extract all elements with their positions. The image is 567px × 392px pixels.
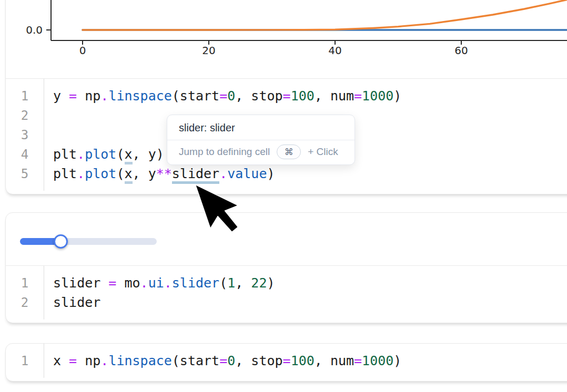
code-content: slider = mo.ui.slider(1, 22) (44, 275, 275, 291)
code-token: , y) (133, 147, 164, 162)
code-token: ( (219, 275, 227, 291)
line-number: 5 (6, 167, 44, 181)
variable-tooltip: slider: slider Jump to defining cell ⌘ +… (167, 115, 355, 165)
code-token: value (227, 166, 267, 181)
code-token: . (77, 166, 85, 181)
code-token: = (283, 88, 291, 104)
code-token: 100 (291, 88, 315, 104)
slider-thumb[interactable] (54, 234, 68, 249)
code-token: = (283, 353, 291, 368)
code-line[interactable]: 2slider (6, 293, 567, 312)
code-token: , num (315, 88, 354, 104)
code-editor[interactable]: 1slider = mo.ui.slider(1, 22)2slider (6, 266, 567, 319)
code-line[interactable]: 1slider = mo.ui.slider(1, 22) (6, 273, 567, 293)
slider-widget[interactable] (6, 213, 567, 265)
code-token: . (100, 353, 108, 368)
code-token: , stop (235, 88, 282, 104)
code-content: plt.plot(x, y) (44, 147, 164, 162)
code-token: = (69, 353, 77, 368)
code-token: . (100, 88, 108, 104)
code-token: ) (393, 353, 401, 368)
code-token: ui (148, 275, 164, 291)
gutter-divider (44, 79, 44, 191)
code-token: 1 (227, 275, 235, 291)
code-token: x (125, 147, 133, 164)
code-line[interactable]: 5plt.plot(x, y**slider.value) (6, 164, 567, 183)
y-tick-label: 0.0 (26, 24, 43, 36)
tooltip-action-label[interactable]: Jump to defining cell (179, 146, 270, 158)
code-token: slider (53, 275, 108, 291)
cell-plot: 02040600.0 1y = np.linspace(start=0, sto… (5, 0, 567, 194)
code-token: = (108, 275, 116, 291)
code-token: , (235, 275, 251, 291)
code-token: , num (315, 353, 354, 368)
code-token: y (53, 88, 69, 104)
line-number: 2 (6, 295, 44, 310)
code-token: ) (267, 275, 275, 291)
code-token: . (140, 275, 148, 291)
code-token: np (77, 353, 100, 368)
tooltip-shortcut-suffix: + Click (308, 146, 338, 158)
code-lines: 1x = np.linspace(start=0, stop=100, num=… (6, 351, 567, 370)
code-content: slider (44, 295, 100, 310)
x-tick-label: 60 (454, 44, 468, 57)
code-token: plot (85, 166, 116, 181)
code-token: = (354, 88, 362, 104)
code-token: slider (53, 295, 100, 310)
x-tick-label: 0 (79, 44, 86, 57)
code-line[interactable]: 1y = np.linspace(start=0, stop=100, num=… (6, 86, 567, 106)
axes-spines (51, 0, 567, 40)
line-number: 1 (6, 276, 44, 291)
slider-output (6, 213, 567, 266)
code-token: slider (172, 275, 219, 291)
code-token: x (125, 166, 133, 184)
code-token: 22 (251, 275, 267, 291)
code-content: plt.plot(x, y**slider.value) (44, 166, 275, 181)
code-token: 100 (291, 353, 315, 368)
code-token: plt (53, 166, 77, 181)
code-token: . (77, 147, 85, 162)
cell-slider: 1slider = mo.ui.slider(1, 22)2slider (5, 212, 567, 323)
code-token: ( (116, 147, 124, 162)
tooltip-shortcut-row: Jump to defining cell ⌘ + Click (167, 140, 355, 164)
tooltip-title: slider: slider (167, 115, 355, 140)
line-number: 1 (6, 354, 44, 368)
code-token: linspace (108, 353, 171, 368)
code-token: plt (53, 147, 77, 162)
line-y-pow-slider (83, 0, 566, 30)
code-token: (start (172, 88, 219, 104)
code-editor[interactable]: 1x = np.linspace(start=0, stop=100, num=… (6, 344, 567, 378)
code-token: np (77, 88, 100, 104)
code-token: ** (156, 166, 172, 181)
code-content: x = np.linspace(start=0, stop=100, num=1… (44, 353, 401, 368)
line-number: 3 (6, 128, 44, 142)
code-lines: 1slider = mo.ui.slider(1, 22)2slider (6, 273, 567, 312)
matplotlib-figure: 02040600.0 (6, 0, 567, 78)
code-token: = (354, 353, 362, 368)
code-token: ) (267, 166, 275, 181)
code-token: = (219, 353, 227, 368)
command-key-icon: ⌘ (277, 145, 301, 159)
code-token: ( (116, 166, 124, 181)
code-token: , stop (235, 353, 282, 368)
code-token: . (164, 275, 172, 291)
code-token: x (53, 353, 69, 368)
gutter-divider (44, 266, 44, 319)
code-token: 1000 (362, 88, 393, 104)
x-tick-label: 40 (328, 44, 341, 57)
code-token: mo (116, 275, 140, 291)
code-token: (start (172, 353, 219, 368)
code-line[interactable]: 1x = np.linspace(start=0, stop=100, num=… (6, 351, 567, 370)
code-token: 0 (227, 353, 235, 368)
code-token: linspace (108, 88, 171, 104)
code-token: ) (393, 88, 401, 104)
gutter-divider (44, 344, 44, 378)
line-number: 2 (6, 108, 44, 123)
code-token: . (219, 166, 227, 181)
line-number: 4 (6, 147, 44, 162)
code-token: , y (133, 166, 156, 181)
token-slider-hovered[interactable]: slider (172, 166, 219, 184)
line-number: 1 (6, 89, 44, 104)
plot-output: 02040600.0 (6, 0, 567, 79)
code-token: = (219, 88, 227, 104)
